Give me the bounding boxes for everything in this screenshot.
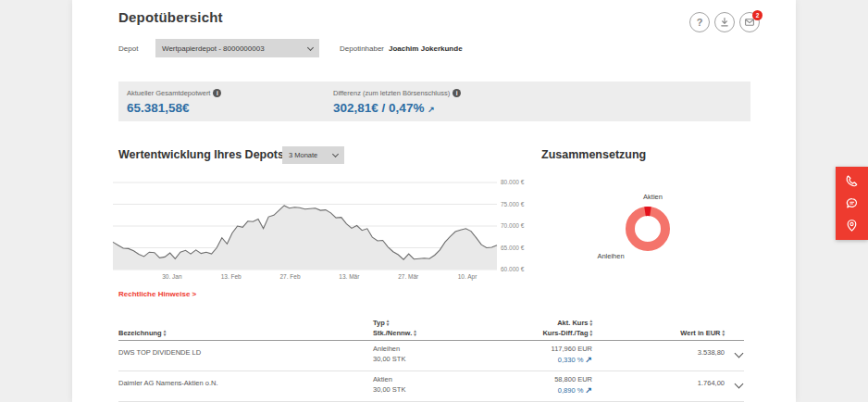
depot-label: Depot xyxy=(118,44,138,53)
sort-icon[interactable]: ▴▾ xyxy=(387,320,390,327)
expand-row-icon[interactable] xyxy=(735,380,744,389)
position-stk: 30,00 STK xyxy=(373,355,405,363)
sort-icon[interactable]: ▴▾ xyxy=(589,320,592,327)
location-pin-icon xyxy=(845,219,859,232)
trend-up-icon: ↗ xyxy=(585,355,592,364)
help-icon: ? xyxy=(697,17,703,28)
depot-owner-value: Joachim Jokerkunde xyxy=(389,44,463,53)
difference-value: 302,81€ / 0,47% ↗ xyxy=(333,101,461,115)
total-value: 65.381,58€ xyxy=(127,101,221,115)
position-kurs: 58,800 EUR xyxy=(554,375,592,383)
info-icon[interactable]: i xyxy=(213,89,221,97)
header-actions: ? 2 xyxy=(689,12,760,32)
y-axis-tick-label: 80.000 € xyxy=(501,179,539,185)
sort-icon[interactable]: ▴▾ xyxy=(164,330,167,337)
x-axis-tick-label: 10. Apr xyxy=(449,273,486,280)
total-value-block: Aktueller Gesamtdepotwert i 65.381,58€ xyxy=(127,89,221,115)
phone-icon xyxy=(845,174,859,188)
position-wert: 1.764,00 xyxy=(698,379,725,387)
holdings-table: Bezeichnung▴▾ Typ▴▾ Stk./Nennw.▴▾ Akt. K… xyxy=(118,315,744,402)
x-axis-tick-label: 13. Feb xyxy=(213,273,250,280)
position-stk: 30,00 STK xyxy=(373,385,405,394)
download-icon xyxy=(718,16,731,29)
depot-select-value: Wertpapierdepot - 8000000003 xyxy=(162,44,265,53)
expand-row-icon[interactable] xyxy=(735,349,744,358)
donut-label-aktien: Aktien xyxy=(632,193,674,201)
chat-contact-button[interactable] xyxy=(840,193,864,213)
position-typ: Aktien xyxy=(373,375,392,383)
col-stk-nennw[interactable]: Stk./Nennw. xyxy=(373,329,412,337)
range-select[interactable]: 3 Monate xyxy=(282,146,344,164)
x-axis-tick-label: 13. Mär xyxy=(330,273,367,280)
x-axis-tick-label: 27. Feb xyxy=(272,273,309,280)
sort-icon[interactable]: ▴▾ xyxy=(414,330,416,337)
range-select-value: 3 Monate xyxy=(289,151,317,159)
table-row[interactable]: DWS TOP DIVIDENDE LD Anleihen 30,00 STK … xyxy=(118,341,744,371)
position-diff: 0,330 % ↗ xyxy=(558,355,592,364)
sort-icon[interactable]: ▴▾ xyxy=(722,330,725,337)
mail-button[interactable]: 2 xyxy=(739,12,760,32)
download-button[interactable] xyxy=(714,12,735,32)
composition-section-title: Zusammensetzung xyxy=(541,148,646,161)
table-header: Bezeichnung▴▾ Typ▴▾ Stk./Nennw.▴▾ Akt. K… xyxy=(118,315,744,341)
difference-label: Differenz (zum letzten Börsenschluss) xyxy=(333,89,450,97)
col-wert[interactable]: Wert in EUR xyxy=(680,329,720,337)
legal-notice-link[interactable]: Rechtliche Hinweise > xyxy=(118,290,196,298)
content-card: Depotübersicht ? 2 Depot Wertpapier xyxy=(72,0,796,402)
info-icon[interactable]: i xyxy=(453,89,461,97)
x-axis-tick-label: 30. Jan xyxy=(154,273,191,280)
y-axis-tick-label: 65.000 € xyxy=(501,245,539,251)
donut-label-anleihen: Anleihen xyxy=(587,252,635,260)
depot-owner-label: Depotinhaber xyxy=(340,44,384,53)
depot-row: Depot Wertpapierdepot - 8000000003 Depot… xyxy=(118,39,748,59)
chevron-down-icon xyxy=(307,44,314,50)
help-button[interactable]: ? xyxy=(689,12,710,32)
position-typ: Anleihen xyxy=(373,345,400,353)
page: Depotübersicht ? 2 Depot Wertpapier xyxy=(0,0,868,402)
branch-locator-button[interactable] xyxy=(840,215,864,235)
col-akt-kurs[interactable]: Akt. Kurs xyxy=(557,319,588,327)
mail-badge: 2 xyxy=(752,10,763,20)
trend-up-icon: ↗ xyxy=(585,385,592,395)
chevron-down-icon xyxy=(332,151,339,157)
col-bezeichnung[interactable]: Bezeichnung xyxy=(118,329,162,337)
position-wert: 3.538,80 xyxy=(698,348,725,357)
difference-block: Differenz (zum letzten Börsenschluss) i … xyxy=(333,89,461,115)
contact-rail xyxy=(836,167,868,240)
y-axis-tick-label: 75.000 € xyxy=(501,201,539,207)
col-typ[interactable]: Typ xyxy=(373,319,385,327)
performance-area-chart xyxy=(113,182,497,270)
position-name: DWS TOP DIVIDENDE LD xyxy=(118,348,201,357)
sort-icon[interactable]: ▴▾ xyxy=(589,330,592,337)
position-name: Daimler AG Namens-Aktien o.N. xyxy=(118,379,218,387)
performance-section-title: Wertentwicklung Ihres Depots i xyxy=(118,148,297,161)
position-kurs: 117,960 EUR xyxy=(552,345,592,353)
position-diff: 0,890 % ↗ xyxy=(558,385,592,395)
y-axis-tick-label: 70.000 € xyxy=(501,222,539,229)
depot-select[interactable]: Wertpapierdepot - 8000000003 xyxy=(155,39,319,57)
y-axis-tick-label: 60.000 € xyxy=(501,266,539,272)
summary-bar: Aktueller Gesamtdepotwert i 65.381,58€ D… xyxy=(118,82,750,121)
col-kurs-diff[interactable]: Kurs-Diff./Tag xyxy=(542,329,588,337)
x-axis-tick-label: 27. Mär xyxy=(390,273,427,280)
trend-up-icon: ↗ xyxy=(428,105,435,114)
total-value-label: Aktueller Gesamtdepotwert xyxy=(127,89,210,97)
page-title: Depotübersicht xyxy=(118,9,223,25)
table-row[interactable]: Daimler AG Namens-Aktien o.N. Aktien 30,… xyxy=(118,371,744,402)
chat-icon xyxy=(845,196,859,210)
phone-contact-button[interactable] xyxy=(840,171,864,192)
